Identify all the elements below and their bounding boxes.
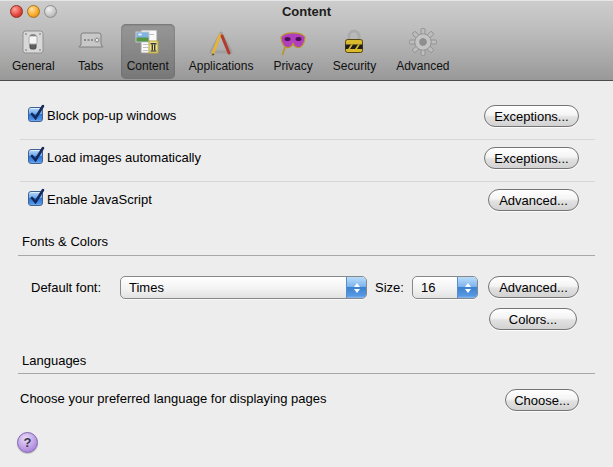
images-exceptions-button[interactable]: Exceptions... bbox=[484, 147, 579, 169]
colors-button[interactable]: Colors... bbox=[489, 308, 577, 330]
toolbar-item-advanced[interactable]: Advanced bbox=[390, 24, 455, 79]
window-title: Content bbox=[0, 4, 613, 19]
toolbar-label: General bbox=[12, 59, 55, 73]
default-font-value: Times bbox=[129, 280, 164, 295]
switch-icon bbox=[17, 26, 49, 58]
toolbar-label: Applications bbox=[189, 59, 254, 73]
load-images-label: Load images automatically bbox=[47, 150, 201, 165]
stepper-arrows-icon bbox=[346, 277, 366, 298]
default-font-select[interactable]: Times bbox=[120, 276, 367, 299]
languages-description: Choose your preferred language for displ… bbox=[20, 391, 326, 406]
default-font-label: Default font: bbox=[31, 280, 101, 295]
page-image-icon bbox=[132, 26, 164, 58]
stepper-arrows-icon bbox=[457, 277, 477, 298]
tools-icon bbox=[205, 26, 237, 58]
preferences-toolbar: General Tabs bbox=[6, 24, 456, 79]
toolbar-label: Advanced bbox=[396, 59, 449, 73]
font-size-value: 16 bbox=[421, 280, 435, 295]
fonts-advanced-button[interactable]: Advanced... bbox=[488, 276, 579, 298]
toolbar-item-privacy[interactable]: Privacy bbox=[267, 24, 318, 79]
window-header: Content General bbox=[0, 0, 613, 81]
languages-heading: Languages bbox=[22, 353, 86, 368]
languages-divider bbox=[18, 373, 595, 374]
choose-language-button[interactable]: Choose... bbox=[505, 389, 579, 411]
gear-icon bbox=[407, 26, 439, 58]
toolbar-label: Content bbox=[127, 59, 169, 73]
load-images-checkbox[interactable] bbox=[28, 149, 43, 164]
row-separator bbox=[20, 139, 595, 140]
fonts-colors-divider bbox=[18, 255, 595, 256]
toolbar-item-general[interactable]: General bbox=[6, 24, 61, 79]
toolbar-item-security[interactable]: Security bbox=[327, 24, 382, 79]
toolbar-item-applications[interactable]: Applications bbox=[183, 24, 260, 79]
size-label: Size: bbox=[375, 280, 404, 295]
block-popups-checkbox[interactable] bbox=[28, 107, 43, 122]
popups-exceptions-button[interactable]: Exceptions... bbox=[484, 105, 579, 127]
mask-icon bbox=[277, 26, 309, 58]
help-button[interactable]: ? bbox=[17, 432, 38, 453]
enable-javascript-checkbox[interactable] bbox=[28, 191, 43, 206]
preferences-window: Content General bbox=[0, 0, 613, 467]
tab-icon bbox=[75, 26, 107, 58]
row-separator bbox=[20, 181, 595, 182]
block-popups-label: Block pop-up windows bbox=[47, 108, 176, 123]
toolbar-label: Security bbox=[333, 59, 376, 73]
font-size-select[interactable]: 16 bbox=[412, 276, 478, 299]
enable-javascript-label: Enable JavaScript bbox=[47, 192, 152, 207]
padlock-icon bbox=[338, 26, 370, 58]
toolbar-item-content[interactable]: Content bbox=[121, 24, 175, 79]
fonts-colors-heading: Fonts & Colors bbox=[22, 234, 108, 249]
toolbar-label: Tabs bbox=[78, 59, 103, 73]
toolbar-label: Privacy bbox=[273, 59, 312, 73]
javascript-advanced-button[interactable]: Advanced... bbox=[488, 189, 579, 211]
toolbar-item-tabs[interactable]: Tabs bbox=[69, 24, 113, 79]
